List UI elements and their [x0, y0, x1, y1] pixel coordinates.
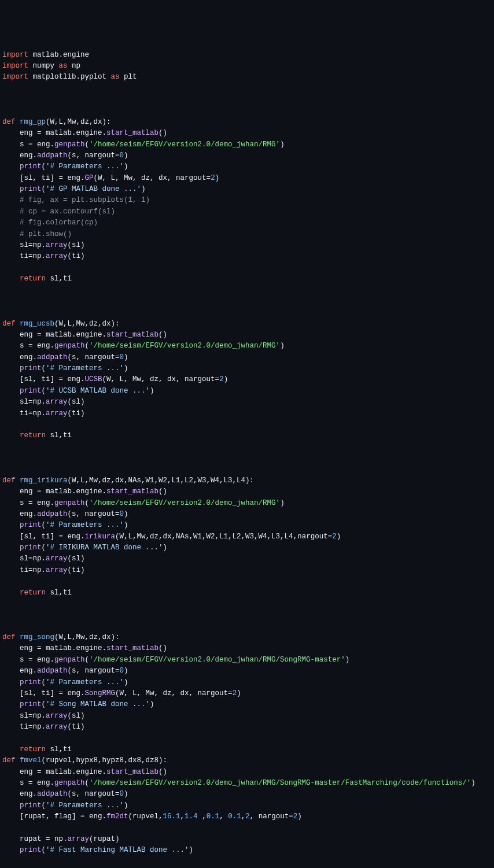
- code-line: import matlab.engine: [2, 50, 492, 61]
- code-line: import numpy as np: [2, 61, 492, 72]
- code-line: def rmg_song(W,L,Mw,dz,dx):: [2, 632, 492, 643]
- code-line: def rmg_gp(W,L,Mw,dz,dx):: [2, 117, 492, 128]
- code-line: def rmg_ucsb(W,L,Mw,dz,dx):: [2, 319, 492, 330]
- code-editor[interactable]: import matlab.engineimport numpy as npim…: [2, 50, 492, 869]
- code-line: def fmvel(rupvel,hypx8,hypz8,dx8,dz8):: [2, 755, 492, 766]
- code-line: import matplotlib.pyplot as plt: [2, 72, 492, 83]
- code-line: def rmg_irikura(W,L,Mw,dz,dx,NAs,W1,W2,L…: [2, 475, 492, 486]
